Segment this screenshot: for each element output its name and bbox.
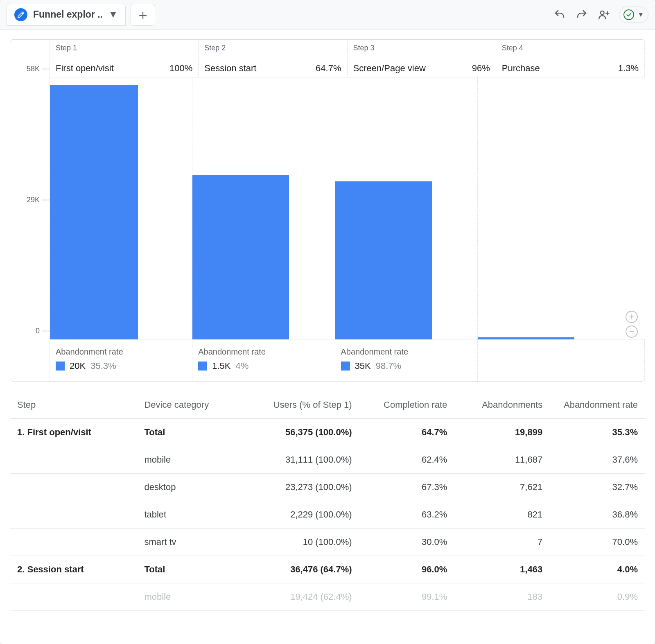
cell-users: 23,273 (100.0%) [245,474,359,501]
th-step[interactable]: Step [10,391,137,419]
cell-step [10,529,137,556]
abandonment-title: Abandonment rate [56,347,186,357]
y-tick: 58K [27,65,40,73]
step-header-cell[interactable]: Step 2Session start64.7% [199,40,347,77]
cell-aband-rate: 36.8% [550,501,645,529]
step-pct: 1.3% [618,63,639,74]
abandonment-pct: 98.7% [376,361,401,371]
bar[interactable] [50,85,138,339]
th-device[interactable]: Device category [137,391,245,419]
cell-step [10,583,137,611]
cell-aband-rate: 37.6% [550,446,645,474]
abandonment-count: 20K [70,361,86,371]
zoom-in-button[interactable]: + [626,311,638,323]
cell-device: tablet [137,501,245,529]
bar[interactable] [478,337,574,339]
abandonment-cell [478,340,620,381]
step-name: First open/visit [56,63,114,74]
cell-aband-rate: 70.0% [550,529,645,556]
plot-column [335,77,478,339]
cell-device: desktop [137,474,245,501]
cell-abandonments: 7 [454,529,550,556]
funnel-card: Step 1First open/visit100%Step 2Session … [10,39,645,382]
check-circle-icon [623,9,634,20]
abandonment-pct: 4% [236,361,249,371]
step-number: Step 1 [56,44,192,52]
abandonment-pct: 35.3% [90,361,116,371]
cell-device: mobile [137,583,245,611]
caret-down-icon: ▼ [637,11,644,18]
undo-icon[interactable] [553,8,567,22]
cell-users: 31,111 (100.0%) [245,446,359,474]
cell-aband-rate: 4.0% [550,556,645,583]
th-completion[interactable]: Completion rate [359,391,455,419]
step-header-cell[interactable]: Step 4Purchase1.3% [496,40,644,77]
cell-abandonments: 183 [454,583,550,611]
table-row[interactable]: desktop23,273 (100.0%)67.3%7,62132.7% [10,474,645,501]
abandonment-count: 35K [355,361,371,371]
th-users[interactable]: Users (% of Step 1) [245,391,359,419]
series-swatch [56,362,65,371]
table-row[interactable]: mobile19,424 (62.4%)99.1%1830.9% [10,583,645,611]
cell-completion: 30.0% [359,529,455,556]
plot-column [192,77,335,339]
tab-funnel-exploration[interactable]: Funnel explor .. ▼ [7,4,126,26]
th-abandonments[interactable]: Abandonments [454,391,550,419]
cell-aband-rate: 35.3% [550,419,645,446]
step-name: Screen/Page view [353,63,426,74]
step-number: Step 3 [353,44,490,52]
tabstrip: Funnel explor .. ▼ ＋ [7,4,155,26]
bar[interactable] [335,181,432,339]
zoom-out-button[interactable]: − [626,325,638,338]
th-aband-rate[interactable]: Abandonment rate [550,391,645,419]
abandonment-count: 1.5K [212,361,230,371]
cell-users: 10 (100.0%) [245,529,359,556]
cell-device: Total [137,419,245,446]
table-body: 1. First open/visitTotal56,375 (100.0%)6… [10,419,645,611]
table-header-row: Step Device category Users (% of Step 1)… [10,391,645,419]
abandonment-cell: Abandonment rate20K35.3% [50,340,192,381]
toolbar: Funnel explor .. ▼ ＋ ▼ [0,0,655,29]
step-pct: 96% [472,63,490,74]
step-header: Step 1First open/visit100%Step 2Session … [50,40,645,77]
abandonment-title: Abandonment rate [341,347,472,357]
status-pill[interactable]: ▼ [619,7,648,23]
cell-users: 2,229 (100.0%) [245,501,359,529]
cell-device: mobile [137,446,245,474]
cell-aband-rate: 32.7% [550,474,645,501]
table-row[interactable]: smart tv10 (100.0%)30.0%770.0% [10,529,645,556]
cell-abandonments: 1,463 [454,556,550,583]
plot-column [478,77,620,339]
table-row[interactable]: tablet2,229 (100.0%)63.2%82136.8% [10,501,645,529]
cell-completion: 64.7% [359,419,455,446]
cell-completion: 96.0% [359,556,455,583]
caret-down-icon: ▼ [108,9,118,20]
step-header-cell[interactable]: Step 1First open/visit100% [50,40,199,77]
breakdown-table: Step Device category Users (% of Step 1)… [10,391,645,611]
cell-step [10,474,137,501]
table-row[interactable]: 2. Session startTotal36,476 (64.7%)96.0%… [10,556,645,583]
share-person-icon[interactable] [597,8,611,22]
step-header-cell[interactable]: Step 3Screen/Page view96% [348,40,496,77]
redo-icon[interactable] [575,8,589,22]
chart: 58K29K0 + − [10,77,645,339]
step-name: Purchase [502,63,540,74]
pencil-icon [14,8,27,21]
cell-users: 36,476 (64.7%) [245,556,359,583]
add-tab-button[interactable]: ＋ [131,4,155,26]
step-number: Step 4 [502,44,639,52]
cell-users: 56,375 (100.0%) [245,419,359,446]
step-pct: 100% [169,63,192,74]
cell-abandonments: 7,621 [454,474,550,501]
cell-abandonments: 19,899 [454,419,550,446]
bar[interactable] [192,175,289,339]
cell-step: 1. First open/visit [10,419,137,446]
abandonment-title: Abandonment rate [198,347,329,357]
zoom-controls: + − [626,311,638,338]
step-pct: 64.7% [316,63,341,74]
table-row[interactable]: mobile31,111 (100.0%)62.4%11,68737.6% [10,446,645,474]
table-row[interactable]: 1. First open/visitTotal56,375 (100.0%)6… [10,419,645,446]
cell-step [10,501,137,529]
cell-completion: 99.1% [359,583,455,611]
app-root: Funnel explor .. ▼ ＋ ▼ S [0,0,655,644]
